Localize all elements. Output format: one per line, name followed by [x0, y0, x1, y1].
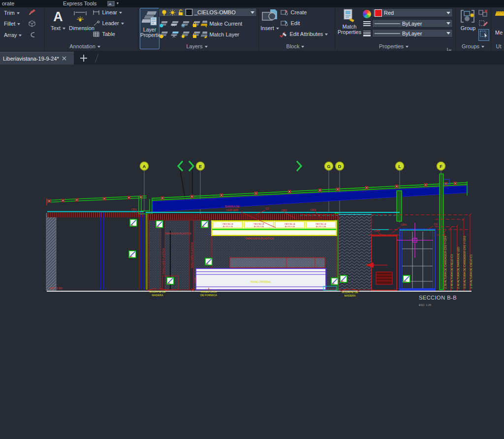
palette-icon[interactable]	[107, 1, 120, 7]
make-current-button[interactable]: Make Current	[199, 19, 242, 30]
svg-text:PANTALLA: PANTALLA	[222, 223, 233, 225]
match-properties-icon	[342, 8, 357, 23]
linetype-sample	[375, 23, 400, 25]
utilities-panel-footer[interactable]: Ut	[493, 43, 504, 51]
svg-text:PARED BAJA: PARED BAJA	[200, 290, 217, 293]
layer-properties-button[interactable]: LayerProperties	[140, 8, 159, 49]
block-create-button[interactable]: Create	[281, 9, 307, 18]
block-edit-button[interactable]: Edit	[281, 20, 300, 29]
main-roof	[152, 179, 468, 212]
linetype-dropdown-arrow	[446, 22, 450, 25]
layer-color-swatch	[186, 9, 192, 16]
linear-label: Linear	[102, 9, 122, 15]
fillet-label: Fillet	[4, 21, 15, 27]
match-layer-icon	[199, 30, 207, 38]
edit-attributes-button[interactable]: Edit Attributes	[279, 31, 328, 39]
ungroup-button[interactable]	[478, 9, 488, 19]
svg-text:2.39 ALTURA DE CARGADOR CR3 Y: 2.39 ALTURA DE CARGADOR CR3 Y CR4	[444, 236, 447, 289]
layer-on-bulb-icon	[161, 9, 167, 16]
svg-text:ACRILICA: ACRILICA	[254, 225, 264, 228]
drawing-area[interactable]: PANTALLAACRILICA PANTALLAACRILICA PANTAL…	[0, 65, 504, 439]
trim-button[interactable]: Trim	[4, 10, 20, 16]
linetype-icon[interactable]	[363, 20, 371, 28]
svg-text:C1: C1	[265, 207, 269, 210]
layer-dropdown[interactable]: _CIELOS-OMBO	[158, 8, 257, 17]
left-canopy	[47, 196, 147, 217]
svg-text:2.48 ALTURA DE CIELO C3: 2.48 ALTURA DE CIELO C3	[450, 254, 453, 289]
text-tool-glyph: A	[47, 8, 69, 25]
tab-express-tools[interactable]: Express Tools	[63, 0, 96, 7]
leader-button[interactable]: Leader	[93, 20, 124, 29]
groups-panel-footer[interactable]: Groups	[457, 43, 489, 51]
wall-edge-strip	[146, 213, 148, 290]
svg-text:F: F	[440, 164, 442, 169]
lineweight-sample	[375, 33, 400, 34]
block-panel-footer[interactable]: Block	[266, 43, 325, 51]
drawing-svg[interactable]: PANTALLAACRILICA PANTALLAACRILICA PANTAL…	[0, 65, 504, 439]
svg-text:D: D	[338, 164, 342, 169]
color-wheel-icon[interactable]	[363, 10, 371, 18]
match-properties-button[interactable]: MatchProperties	[338, 8, 361, 35]
svg-text:BARRA DE: BARRA DE	[225, 205, 239, 208]
svg-text:TAPAJUNTA PLASTICA: TAPAJUNTA PLASTICA	[165, 232, 191, 235]
group-edit-button[interactable]	[478, 19, 488, 29]
group-button[interactable]: Group	[459, 8, 477, 31]
linetype-value: ByLayer	[402, 21, 422, 27]
block-edit-icon	[281, 20, 288, 27]
new-tab-plus-icon[interactable]	[79, 54, 89, 63]
svg-text:3.19 ALTURA DE CIELO C1: 3.19 ALTURA DE CIELO C1	[470, 254, 472, 289]
annotation-panel-footer[interactable]: Annotation	[49, 43, 121, 51]
measure-icon[interactable]	[493, 9, 504, 20]
properties-dialog-launcher[interactable]	[447, 45, 450, 48]
dimension-button[interactable]: Dimension	[69, 8, 92, 31]
layer-properties-icon	[142, 9, 158, 26]
counter-panel: PANEL FRONTAL	[196, 269, 326, 290]
properties-panel-footer[interactable]: Properties	[364, 43, 423, 51]
dimension-icon	[73, 8, 88, 24]
object-color-value: Red	[384, 10, 394, 16]
tab-collaborate-partial[interactable]: orate	[2, 0, 14, 7]
box-3d-icon[interactable]	[28, 20, 36, 29]
svg-text:2.46 ALTURA DE BARRA DE LED: 2.46 ALTURA DE BARRA DE LED	[457, 247, 460, 289]
leader-label: Leader	[102, 20, 124, 26]
group-selection-toggle[interactable]	[478, 29, 489, 41]
lineweight-icon[interactable]	[363, 30, 371, 37]
svg-text:G: G	[327, 164, 330, 169]
linetype-dropdown[interactable]: ByLayer	[372, 19, 453, 28]
spline-icon[interactable]	[28, 31, 36, 40]
insert-button[interactable]: Insert	[260, 8, 279, 31]
group-icon	[460, 8, 476, 24]
svg-text:A: A	[143, 164, 146, 169]
lineweight-dropdown-arrow	[446, 32, 450, 34]
layer-sun-icon	[169, 9, 176, 16]
ribbon-tab-strip: orate Express Tools	[0, 0, 504, 7]
column-grid-a	[46, 213, 56, 290]
svg-text:TAPAJUNTA PLASTICA: TAPAJUNTA PLASTICA	[162, 248, 165, 274]
block-edit-label: Edit	[290, 20, 300, 26]
tab-divider	[95, 54, 98, 62]
fillet-button[interactable]: Fillet	[4, 21, 20, 27]
object-color-dropdown[interactable]: Red	[372, 8, 453, 17]
match-layer-button[interactable]: Match Layer	[199, 30, 239, 40]
table-button[interactable]: Table	[93, 31, 115, 39]
npt-label: NPT 0.00	[50, 287, 63, 290]
file-tab-active[interactable]: Liberiavistana-19-9-24*	[0, 52, 74, 65]
array-button[interactable]: Array	[4, 32, 22, 38]
erase-pencil-icon[interactable]	[28, 8, 36, 18]
group-label: Group	[459, 25, 477, 31]
layer-dropdown-arrow	[251, 11, 254, 14]
layer-unlock-icon	[178, 9, 184, 16]
grid-bubbles: A E G D L F	[140, 162, 445, 170]
panel-frontal-label: PANEL FRONTAL	[251, 280, 271, 283]
svg-text:C3: C3	[434, 223, 437, 226]
ribbon: Trim Fillet Array A Text Dimension Linea…	[0, 7, 504, 51]
linear-button[interactable]: Linear	[93, 9, 122, 18]
current-layer-name: _CIELOS-OMBO	[194, 9, 236, 15]
make-current-label: Make Current	[209, 21, 242, 27]
close-icon[interactable]	[62, 56, 66, 61]
measure-label-partial[interactable]: Me	[495, 30, 503, 35]
lineweight-dropdown[interactable]: ByLayer	[372, 29, 453, 37]
layers-panel-footer[interactable]: Layers	[162, 43, 231, 51]
text-button[interactable]: A Text	[47, 8, 69, 31]
svg-text:CR4: CR4	[401, 223, 407, 226]
